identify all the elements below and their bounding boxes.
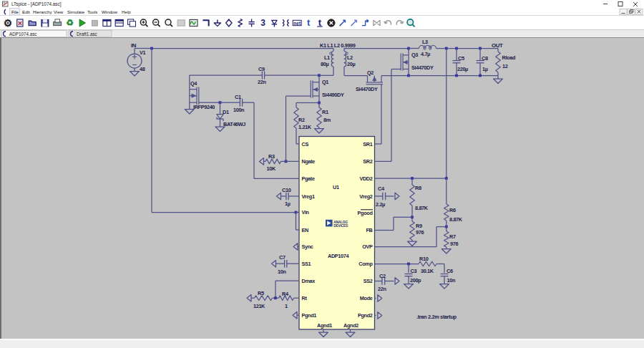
svg-text:C2: C2 [379,273,386,279]
svg-text:30.1K: 30.1K [421,268,434,274]
svg-text:20µ: 20µ [347,61,355,67]
svg-text:22n: 22n [378,286,386,292]
svg-text:Q4: Q4 [190,80,197,87]
svg-text:R9: R9 [416,223,422,229]
svg-text:D1: D1 [223,109,229,115]
svg-text:Sync: Sync [302,243,313,250]
svg-text:DEVICES: DEVICES [333,224,348,228]
svg-text:L3: L3 [422,39,428,45]
svg-text:4.7µ: 4.7µ [421,51,430,57]
svg-text:1: 1 [285,303,288,309]
svg-text:Q3: Q3 [411,52,418,58]
svg-text:Dmax: Dmax [302,278,316,284]
svg-text:2.2µ: 2.2µ [376,201,385,208]
svg-text:R4: R4 [282,291,289,297]
svg-text:976: 976 [416,229,424,236]
svg-text:C7: C7 [279,254,286,261]
svg-text:Agnd1: Agnd1 [317,322,332,329]
svg-text:net: net [293,21,301,26]
svg-text:SR1: SR1 [363,141,372,148]
svg-text:Pgnd1: Pgnd1 [302,312,317,319]
svg-text:1µ: 1µ [285,200,291,207]
svg-text:200p: 200p [410,277,421,284]
svg-text:1.21K: 1.21K [298,124,312,130]
svg-text:EN: EN [302,227,309,233]
svg-text:R1: R1 [322,109,328,115]
svg-text:.tran 2.2m startup: .tran 2.2m startup [416,314,457,320]
svg-text:Hierarchy: Hierarchy [33,9,52,14]
svg-text:C10: C10 [282,187,291,193]
svg-text:220µ: 220µ [457,66,468,72]
svg-text:Mode: Mode [360,295,373,301]
svg-text:Comp: Comp [358,261,373,267]
svg-text:C9: C9 [258,66,265,72]
svg-text:Si4470DY: Si4470DY [411,64,434,71]
svg-text:Rload: Rload [502,54,516,61]
svg-text:C1: C1 [235,94,241,100]
svg-text:R8: R8 [415,185,421,191]
svg-text:ADP1074: ADP1074 [328,253,349,259]
svg-text:SR2: SR2 [363,158,372,165]
svg-text:LTspice - [ADP1074.asc]: LTspice - [ADP1074.asc] [11,1,62,7]
svg-text:10K: 10K [267,165,276,172]
svg-text:Pgnd2: Pgnd2 [358,312,373,319]
svg-text:R10: R10 [419,256,429,262]
svg-text:IN: IN [131,42,137,49]
svg-text:Ngate: Ngate [302,158,316,165]
svg-text:976: 976 [450,241,458,247]
svg-text:C8: C8 [482,55,488,62]
svg-text:Agnd2: Agnd2 [343,322,358,329]
svg-text:48: 48 [140,66,145,72]
svg-text:Vin: Vin [302,209,309,216]
svg-text:Vreg1: Vreg1 [302,193,315,200]
svg-text:CS: CS [302,141,309,148]
svg-text:File: File [11,9,19,14]
svg-text:Pgate: Pgate [302,175,315,182]
svg-text:Edit: Edit [22,9,30,14]
svg-text:C6: C6 [447,268,453,274]
svg-text:10n: 10n [447,277,456,284]
svg-text:3: 3 [260,18,265,28]
svg-text:Q2: Q2 [367,69,374,76]
svg-text:8.87K: 8.87K [449,216,463,223]
svg-text:C5: C5 [458,55,464,62]
svg-text:R2: R2 [298,117,305,123]
svg-text:R6: R6 [449,207,456,213]
svg-text:C4: C4 [378,185,385,192]
svg-text:R3: R3 [268,153,275,160]
svg-text:Help: Help [122,9,131,14]
svg-text:OUT: OUT [492,42,503,49]
svg-text:Tools: Tools [87,9,97,14]
svg-text:Vreg2: Vreg2 [359,193,372,200]
svg-text:View: View [54,9,64,14]
svg-text:R7: R7 [449,233,456,240]
svg-text:L1: L1 [324,54,330,61]
svg-text:VDD2: VDD2 [359,175,372,182]
svg-text:V1: V1 [140,49,146,56]
svg-text:K1 L1 L2 0.9999: K1 L1 L2 0.9999 [320,42,356,49]
svg-text:8.87K: 8.87K [415,205,429,211]
svg-text:FB: FB [366,227,372,233]
svg-text:SS2: SS2 [364,278,373,284]
svg-text:80µ: 80µ [321,61,328,67]
svg-text:♻: ♻ [66,18,74,28]
svg-text:8m: 8m [323,117,331,123]
svg-text:12: 12 [502,63,508,69]
svg-text:Si4470DY: Si4470DY [356,86,378,92]
svg-text:SS1: SS1 [302,261,311,267]
svg-text:L2: L2 [347,54,353,61]
svg-text:10n: 10n [278,269,286,275]
svg-text:⚙: ⚙ [4,18,12,29]
svg-text:t: t [307,17,311,28]
svg-text:Pgood: Pgood [358,210,373,216]
svg-text:C3: C3 [411,268,417,274]
svg-text:BAT46WJ: BAT46WJ [223,121,245,127]
svg-text:OVP: OVP [362,243,373,250]
svg-text:121K: 121K [253,303,265,309]
svg-text:100n: 100n [233,107,244,113]
svg-text:Q1: Q1 [322,79,328,85]
svg-text:U1: U1 [333,184,339,190]
svg-text:IRFP9240: IRFP9240 [193,104,215,110]
svg-text:Si4490DY: Si4490DY [322,92,344,98]
svg-text:Rt: Rt [302,295,308,301]
